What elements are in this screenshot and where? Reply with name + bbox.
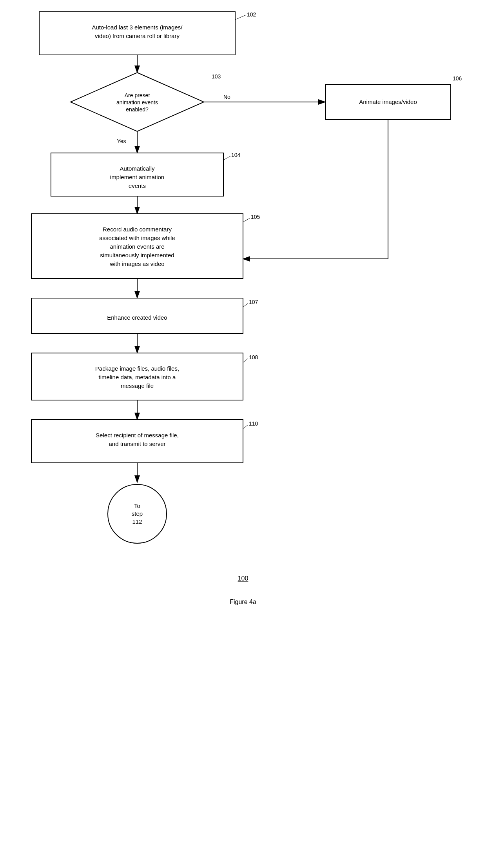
svg-text:message file: message file xyxy=(121,382,154,389)
svg-text:and transmit to server: and transmit to server xyxy=(109,440,165,447)
svg-line-21 xyxy=(223,156,230,160)
svg-line-35 xyxy=(243,218,250,222)
flowchart-svg: Auto-load last 3 elements (images/ video… xyxy=(0,0,486,868)
svg-text:112: 112 xyxy=(132,518,142,525)
svg-line-53 xyxy=(243,425,248,429)
svg-text:103: 103 xyxy=(212,73,221,80)
svg-text:Animate images/video: Animate images/video xyxy=(359,98,417,105)
svg-text:110: 110 xyxy=(249,420,258,427)
svg-text:animation events are: animation events are xyxy=(110,243,164,250)
svg-text:Automatically: Automatically xyxy=(120,165,155,172)
svg-text:Are preset: Are preset xyxy=(125,92,150,98)
svg-text:video) from camera roll or lib: video) from camera roll or library xyxy=(95,33,180,39)
svg-text:Enhance created video: Enhance created video xyxy=(107,314,167,321)
svg-text:No: No xyxy=(223,94,230,100)
svg-text:implement animation: implement animation xyxy=(110,174,164,180)
svg-text:Select recipient of message fi: Select recipient of message file, xyxy=(96,432,179,439)
svg-text:Package image files, audio fil: Package image files, audio files, xyxy=(95,365,179,372)
svg-text:100: 100 xyxy=(238,575,248,582)
svg-text:timeline data, metadata into a: timeline data, metadata into a xyxy=(99,374,176,380)
svg-text:animation events: animation events xyxy=(116,99,158,106)
svg-text:To: To xyxy=(134,502,140,509)
svg-text:Yes: Yes xyxy=(117,138,126,144)
svg-text:enabled?: enabled? xyxy=(126,106,149,113)
svg-text:104: 104 xyxy=(231,152,241,158)
svg-text:associated with images while: associated with images while xyxy=(99,235,175,241)
svg-text:simultaneously implemented: simultaneously implemented xyxy=(100,252,174,258)
svg-text:102: 102 xyxy=(247,11,256,18)
svg-text:Record audio commentary: Record audio commentary xyxy=(103,226,172,233)
diagram-container: Auto-load last 3 elements (images/ video… xyxy=(0,0,486,868)
svg-text:107: 107 xyxy=(249,299,258,305)
svg-text:Auto-load last 3 elements (ima: Auto-load last 3 elements (images/ xyxy=(92,24,183,31)
svg-text:Figure 4a: Figure 4a xyxy=(230,599,256,605)
svg-text:105: 105 xyxy=(251,214,260,220)
svg-text:106: 106 xyxy=(453,75,462,82)
svg-text:events: events xyxy=(129,182,146,189)
svg-line-40 xyxy=(243,303,248,307)
svg-text:step: step xyxy=(132,510,143,517)
svg-text:with images as video: with images as video xyxy=(109,260,164,267)
svg-text:108: 108 xyxy=(249,354,258,360)
svg-line-47 xyxy=(243,358,248,362)
svg-line-5 xyxy=(235,15,246,20)
